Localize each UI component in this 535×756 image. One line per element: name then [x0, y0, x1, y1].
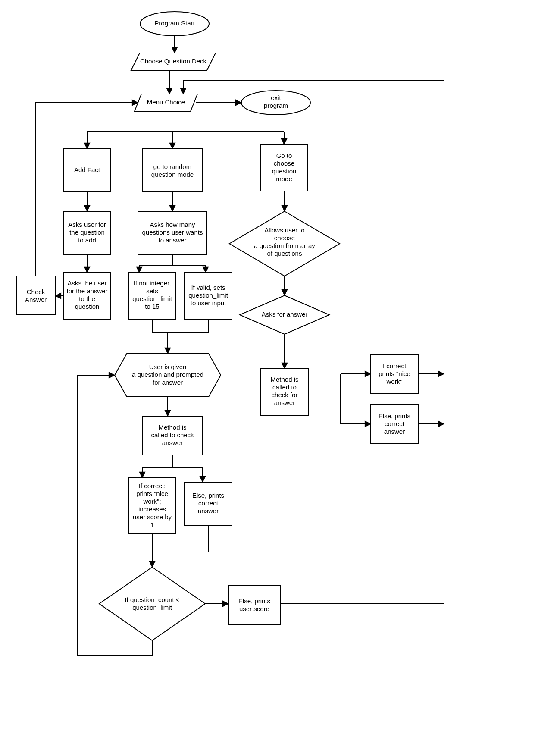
label-mc-4: answer	[274, 399, 295, 406]
node-add-fact: Add Fact	[63, 149, 111, 192]
label-allow-2: choose	[274, 234, 295, 242]
label-add-fact: Add Fact	[74, 166, 100, 173]
label-menu-choice: Menu Choice	[147, 98, 185, 106]
label-exit-2: program	[264, 102, 288, 109]
label-ec-1: Else, prints	[379, 412, 410, 420]
node-else-score: Else, prints user score	[228, 586, 280, 624]
label-allow-1: Allows user to	[264, 226, 304, 234]
node-program-start: Program Start	[140, 12, 209, 36]
label-choose-3: question	[272, 167, 297, 175]
label-aska-2: for the answer	[66, 287, 107, 295]
label-askq-1: Asks user for	[68, 221, 106, 228]
node-correct-random: If correct: prints "nice work"; increase…	[128, 478, 176, 534]
node-random-mode: go to random question mode	[142, 149, 203, 192]
label-up-3: for answer	[153, 379, 183, 386]
node-method-choose: Method is called to check for answer	[261, 369, 308, 415]
label-howmany-2: questions user wants	[142, 229, 203, 236]
node-menu-choice: Menu Choice	[135, 94, 197, 111]
label-random-1: go to random	[153, 163, 191, 170]
label-mr-1: Method is	[158, 423, 186, 431]
label-aska-4: question	[75, 303, 100, 310]
label-er-2: correct	[198, 499, 219, 507]
label-up-1: User is given	[149, 363, 187, 370]
label-mc-2: called to	[272, 383, 297, 391]
label-er-3: answer	[198, 507, 219, 514]
label-cr-1: If correct:	[139, 482, 166, 489]
node-else-random: Else, prints correct answer	[185, 482, 232, 525]
label-valid-2: question_limit	[188, 292, 228, 299]
label-allow-3: a question from array	[254, 242, 315, 249]
label-ec-2: correct	[385, 420, 405, 427]
node-valid-input: If valid, sets question_limit to user in…	[185, 273, 232, 319]
label-choose-1: Go to	[276, 152, 292, 159]
node-not-integer: If not integer, sets question_limit to 1…	[128, 273, 176, 319]
label-choose-deck: Choose Question Deck	[140, 57, 207, 65]
node-choose-mode: Go to choose question mode	[261, 144, 307, 191]
label-check-1: Check	[27, 288, 45, 295]
label-up-2: a question and prompted	[132, 371, 203, 378]
label-cr-2: prints "nice	[136, 490, 168, 497]
label-mc-1: Method is	[270, 376, 298, 383]
label-cr-4: increases	[138, 505, 166, 513]
label-notint-2: sets	[146, 287, 158, 295]
label-howmany-3: to answer	[158, 236, 186, 244]
label-ifc-2: question_limit	[132, 604, 172, 611]
label-cr-5: user score by	[133, 513, 172, 521]
node-allow-choose: Allows user to choose a question from ar…	[229, 211, 340, 276]
label-check-2: Answer	[25, 296, 47, 303]
edge-valid-merge	[168, 319, 208, 332]
label-cr-3: work";	[143, 498, 161, 505]
label-choose-2: choose	[274, 160, 294, 167]
label-random-2: question mode	[151, 171, 194, 178]
node-if-count: If question_count < question_limit	[99, 567, 205, 640]
node-exit-program: exit program	[241, 91, 310, 115]
node-ask-how-many: Asks how many questions user wants to an…	[138, 211, 207, 254]
label-howmany-1: Asks how many	[150, 221, 195, 228]
label-mr-3: answer	[162, 439, 183, 446]
label-notint-1: If not integer,	[134, 279, 171, 287]
label-program-start: Program Start	[154, 19, 195, 27]
label-askq-2: the question	[69, 229, 105, 236]
label-asksfor: Asks for answer	[262, 311, 308, 318]
node-method-random: Method is called to check answer	[142, 416, 203, 455]
node-else-choose: Else, prints correct answer	[371, 405, 418, 443]
label-cr-6: 1	[150, 521, 154, 528]
label-er-1: Else, prints	[192, 492, 224, 499]
node-ask-answer: Asks the user for the answer to the ques…	[63, 273, 111, 319]
label-mc-3: check for	[272, 391, 298, 398]
label-cc-3: work"	[386, 378, 403, 385]
label-notint-4: to 15	[145, 303, 159, 310]
edge-notint-merge	[152, 319, 168, 332]
label-allow-4: of questions	[267, 250, 302, 257]
label-valid-1: If valid, sets	[191, 284, 225, 291]
label-exit-1: exit	[271, 94, 281, 101]
label-ec-3: answer	[384, 428, 405, 435]
label-es-1: Else, prints	[238, 597, 270, 605]
label-choose-4: mode	[276, 175, 292, 182]
label-aska-3: to the	[79, 295, 95, 302]
label-ifc-1: If question_count <	[125, 596, 179, 603]
node-choose-deck: Choose Question Deck	[131, 53, 216, 70]
node-check-answer: Check Answer	[16, 276, 55, 315]
label-askq-3: to add	[78, 236, 96, 244]
label-cc-2: prints "nice	[379, 370, 410, 377]
label-notint-3: question_limit	[132, 295, 172, 302]
label-mr-2: called to check	[151, 431, 194, 439]
node-correct-choose: If correct: prints "nice work"	[371, 354, 418, 393]
node-asks-for-answer: Asks for answer	[240, 295, 329, 334]
node-ask-question: Asks user for the question to add	[63, 211, 111, 254]
label-valid-3: to user input	[191, 299, 226, 307]
label-es-2: user score	[239, 605, 269, 612]
node-user-prompt: User is given a question and prompted fo…	[115, 354, 221, 397]
label-aska-1: Asks the user	[68, 279, 107, 287]
label-cc-1: If correct:	[381, 362, 408, 370]
